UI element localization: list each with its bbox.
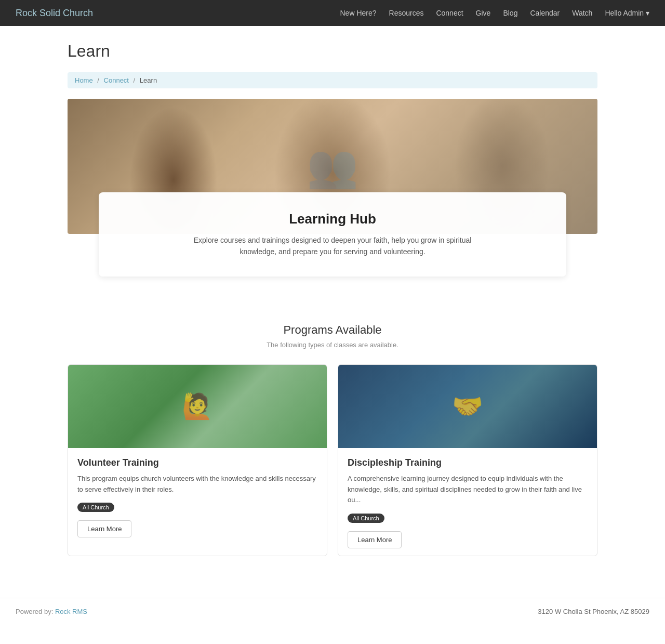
breadcrumb: Home / Connect / Learn [68,72,597,88]
nav-links: New Here?ResourcesConnectGiveBlogCalenda… [340,8,592,18]
card-desc-discipleship-training: A comprehensive learning journey designe… [348,474,588,506]
card-desc-volunteer-training: This program equips church volunteers wi… [77,474,317,495]
nav-link-connect[interactable]: Connect [436,9,463,17]
card-image-volunteer-training: 🙋 [68,365,327,448]
footer: Powered by: Rock RMS 3120 W Cholla St Ph… [0,598,665,625]
card-body-volunteer-training: Volunteer TrainingThis program equips ch… [68,448,327,545]
programs-title: Programs Available [68,323,597,337]
breadcrumb-connect[interactable]: Connect [104,76,129,84]
nav-link-calendar[interactable]: Calendar [530,9,560,17]
cards-grid: 🙋Volunteer TrainingThis program equips c… [68,364,597,556]
page-title: Learn [68,42,597,61]
card-image-discipleship-training: 🤝 [338,365,597,448]
card-title-volunteer-training: Volunteer Training [77,457,317,468]
card-body-discipleship-training: Discipleship TrainingA comprehensive lea… [338,448,597,556]
program-card-volunteer-training: 🙋Volunteer TrainingThis program equips c… [68,364,327,556]
navigation: Rock Solid Church New Here?ResourcesConn… [0,0,665,26]
page-title-area: Learn [68,26,597,72]
hero-container: Learning Hub Explore courses and trainin… [68,99,597,277]
footer-powered-by-link[interactable]: Rock RMS [55,608,87,615]
nav-link-resources[interactable]: Resources [389,9,424,17]
breadcrumb-separator-2: / [134,76,136,84]
learning-hub-card: Learning Hub Explore courses and trainin… [99,192,566,277]
learn-more-button-volunteer-training[interactable]: Learn More [77,520,131,537]
programs-subtitle: The following types of classes are avail… [68,341,597,349]
breadcrumb-separator-1: / [97,76,99,84]
card-tag-volunteer-training: All Church [77,503,114,512]
breadcrumb-current: Learn [140,76,157,84]
nav-admin[interactable]: Hello Admin ▾ [605,9,649,17]
programs-section: Programs Available The following types o… [68,297,597,598]
program-card-discipleship-training: 🤝Discipleship TrainingA comprehensive le… [338,364,597,556]
footer-address: 3120 W Cholla St Phoenix, AZ 85029 [538,608,649,615]
card-tag-discipleship-training: All Church [348,514,384,523]
card-title-discipleship-training: Discipleship Training [348,457,588,468]
nav-link-watch[interactable]: Watch [572,9,592,17]
learning-hub-title: Learning Hub [140,211,525,227]
nav-brand[interactable]: Rock Solid Church [16,8,93,19]
nav-link-blog[interactable]: Blog [503,9,517,17]
learn-more-button-discipleship-training[interactable]: Learn More [348,531,402,548]
footer-powered-by-label: Powered by: [16,608,55,615]
footer-powered-by: Powered by: Rock RMS [16,608,87,615]
nav-link-give[interactable]: Give [476,9,491,17]
breadcrumb-home[interactable]: Home [75,76,93,84]
nav-link-newhere[interactable]: New Here? [340,9,376,17]
learning-hub-description: Explore courses and trainings designed t… [182,234,483,258]
